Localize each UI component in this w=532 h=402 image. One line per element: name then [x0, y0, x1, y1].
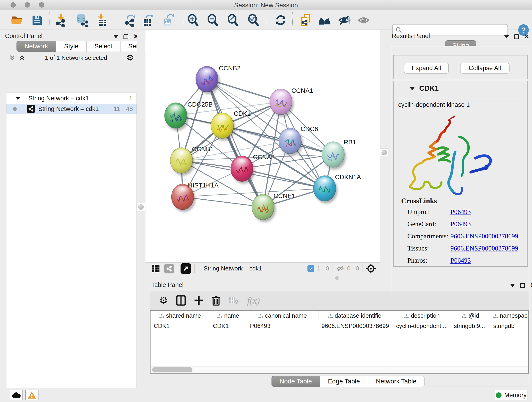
- left-splitter-handle[interactable]: [137, 203, 145, 211]
- crosslink-link[interactable]: 9606.ENSP00000378699: [450, 245, 518, 252]
- delete-table-icon-disabled: [229, 296, 239, 305]
- network-canvas[interactable]: CCNB2CCNA1CDC25BCDK1CDC6RB1CCNB1CCNA2CDK…: [146, 30, 380, 262]
- export-image-button[interactable]: [161, 13, 175, 27]
- network-row[interactable]: String Network – cdk1 11 48: [6, 104, 137, 114]
- right-splitter-handle[interactable]: [380, 148, 388, 157]
- network-graph[interactable]: CCNB2CCNA1CDC25BCDK1CDC6RB1CCNB1CCNA2CDK…: [146, 30, 380, 262]
- collapse-panel-icon[interactable]: [510, 284, 515, 287]
- zoom-selected-button[interactable]: [247, 13, 260, 27]
- network-node-CDC6[interactable]: CDC6: [279, 125, 318, 156]
- import-table-button[interactable]: [95, 13, 109, 27]
- save-session-button[interactable]: [31, 13, 44, 27]
- create-column-icon[interactable]: [194, 295, 203, 306]
- bottom-splitter-handle[interactable]: [335, 276, 339, 280]
- table-cell[interactable]: CDK1: [151, 321, 210, 331]
- network-options-gear-icon[interactable]: ⚙: [127, 54, 134, 62]
- first-neighbors-button[interactable]: [318, 13, 331, 27]
- collection-expand-icon[interactable]: [16, 97, 20, 100]
- tab-node-table[interactable]: Node Table: [272, 376, 320, 387]
- crosslink-label: Compartments:: [407, 232, 450, 240]
- network-collection-row[interactable]: String Network – cdk1 1: [6, 93, 137, 104]
- crosslink-link[interactable]: P06493: [450, 257, 471, 264]
- tab-style[interactable]: Style: [56, 41, 86, 52]
- duplicate-network-icon: [299, 14, 312, 27]
- crosslink-link[interactable]: 9606.ENSP00000378699: [450, 232, 518, 240]
- crosslink-link[interactable]: P06493: [450, 208, 471, 216]
- zoom-out-button[interactable]: [206, 13, 220, 27]
- table-header-database-identifier[interactable]: database identifier: [318, 311, 393, 321]
- node-section-expand-icon[interactable]: [410, 87, 415, 90]
- open-in-new-window-button[interactable]: [181, 263, 191, 274]
- crosslink-row: Uniprot:P06493: [407, 208, 526, 216]
- table-header-name[interactable]: name: [210, 311, 247, 321]
- control-panel-tabs: NetworkStyleSelectSets: [17, 41, 149, 52]
- table-cell[interactable]: 9606.ENSP00000378699: [318, 321, 393, 331]
- tab-network[interactable]: Network: [17, 41, 56, 52]
- float-panel-icon[interactable]: [514, 34, 519, 39]
- collapse-all-networks-icon[interactable]: [9, 54, 16, 61]
- tab-network-table[interactable]: Network Table: [368, 376, 424, 387]
- import-network-button[interactable]: [54, 13, 68, 27]
- collapse-panel-icon[interactable]: [114, 35, 119, 38]
- close-panel-icon[interactable]: ✕: [530, 282, 532, 288]
- collapse-all-button[interactable]: Collapse All: [460, 63, 510, 74]
- memory-button[interactable]: Memory: [495, 390, 527, 400]
- collapse-panel-icon[interactable]: [504, 35, 509, 38]
- export-table-button[interactable]: [141, 13, 154, 27]
- table-settings-gear-icon[interactable]: ⚙: [159, 296, 168, 305]
- table-header-shared-name[interactable]: shared name: [151, 311, 210, 321]
- network-node-CCNE1[interactable]: CCNE1: [252, 192, 295, 222]
- close-panel-icon[interactable]: ✕: [524, 33, 529, 40]
- warnings-button[interactable]: [25, 390, 38, 400]
- hide-selected-button[interactable]: [338, 13, 351, 27]
- table-header-canonical-name[interactable]: canonical name: [247, 311, 318, 321]
- tab-edge-table[interactable]: Edge Table: [320, 376, 368, 387]
- table-cell[interactable]: P06493: [247, 321, 318, 331]
- cloud-status-button[interactable]: [10, 390, 23, 400]
- table-cell[interactable]: cyclin-dependent ...: [393, 321, 451, 331]
- node-table[interactable]: shared namenamecanonical namedatabase id…: [150, 310, 529, 374]
- new-network-from-selection-button[interactable]: [299, 13, 312, 27]
- delete-column-icon[interactable]: [211, 295, 221, 306]
- tab-select[interactable]: Select: [86, 41, 120, 52]
- table-cell[interactable]: CDK1: [210, 321, 247, 331]
- zoom-in-button[interactable]: [186, 13, 200, 27]
- zoom-fit-button[interactable]: [226, 13, 240, 27]
- table-header--id[interactable]: @id: [451, 311, 490, 321]
- network-node-CDK1[interactable]: CDK1: [211, 110, 251, 141]
- houses-icon: [318, 14, 331, 27]
- toolbar-separator: [183, 12, 183, 28]
- show-all-button[interactable]: [357, 13, 370, 27]
- refresh-layout-button[interactable]: [274, 13, 287, 27]
- network-node-CCNB1[interactable]: CCNB1: [170, 146, 214, 176]
- birds-eye-toggle-icon[interactable]: [366, 263, 376, 274]
- eye-slash-icon: [338, 14, 351, 27]
- table-hscrollbar[interactable]: [151, 366, 528, 373]
- float-panel-icon[interactable]: [123, 34, 128, 39]
- network-node-label: HIST1H1A: [188, 182, 219, 189]
- selected-checkbox-icon[interactable]: [307, 265, 314, 272]
- show-columns-icon[interactable]: [176, 295, 186, 306]
- import-network-from-database-button[interactable]: [75, 13, 89, 27]
- table-header-label: name: [224, 312, 239, 319]
- table-row[interactable]: CDK1CDK1P064939606.ENSP00000378699cyclin…: [151, 321, 529, 331]
- crosslink-link[interactable]: P06493: [450, 220, 471, 228]
- table-header-description[interactable]: description: [393, 311, 451, 321]
- crosslink-row: Compartments:9606.ENSP00000378699: [407, 232, 526, 240]
- grid-view-icon[interactable]: [152, 264, 160, 273]
- export-network-button[interactable]: [123, 13, 137, 27]
- network-node-HIST1H1A[interactable]: HIST1H1A: [171, 182, 219, 212]
- network-node-CDKN1A[interactable]: CDKN1A: [313, 173, 361, 204]
- network-tree: String Network – cdk1 1 String Network –…: [6, 93, 137, 402]
- expand-all-networks-icon[interactable]: [19, 54, 26, 61]
- selected-count: 1 - 0: [317, 265, 329, 272]
- float-panel-icon[interactable]: [520, 283, 525, 288]
- expand-all-button[interactable]: Expand All: [404, 63, 449, 74]
- table-hscrollbar-thumb[interactable]: [152, 367, 192, 372]
- table-cell[interactable]: stringdb: [490, 321, 529, 331]
- open-session-button[interactable]: [10, 13, 24, 27]
- network-node-RB1[interactable]: RB1: [322, 139, 356, 170]
- network-type-badge[interactable]: [164, 264, 174, 274]
- table-cell[interactable]: stringdb:9...: [451, 321, 490, 331]
- table-header-namespace[interactable]: namespace: [490, 311, 529, 321]
